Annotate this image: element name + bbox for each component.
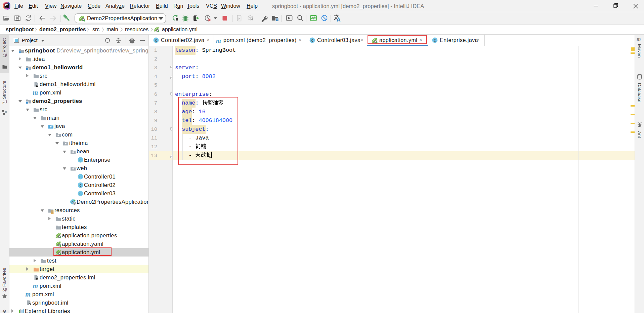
svg-text:c: c	[311, 38, 313, 43]
svg-text:m: m	[637, 36, 641, 42]
svg-text:m: m	[33, 88, 38, 96]
svg-text:c: c	[80, 158, 82, 162]
svg-text:c: c	[80, 183, 82, 188]
svg-text:m: m	[33, 282, 38, 289]
svg-text:Demo2PropertiesApplication: Demo2PropertiesApplication	[87, 15, 157, 21]
svg-text:c: c	[80, 174, 82, 179]
svg-text:m: m	[216, 37, 221, 44]
svg-text:c: c	[434, 38, 436, 43]
svg-text:A: A	[337, 17, 341, 23]
svg-text:m: m	[26, 290, 31, 298]
svg-text:c: c	[80, 191, 82, 196]
